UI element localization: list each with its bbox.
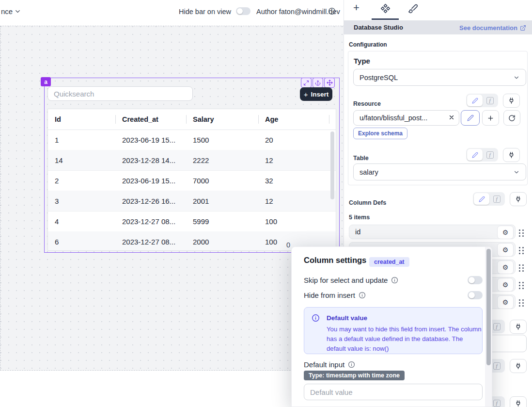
active-tab-underline (372, 18, 399, 20)
explore-schema-button[interactable]: Explore schema (353, 128, 407, 139)
move-component-button[interactable] (324, 78, 335, 88)
cell-salary: 1500 (186, 130, 258, 150)
info-icon[interactable] (359, 292, 366, 299)
refresh-resource-button[interactable] (503, 110, 520, 126)
edit-resource-button[interactable] (461, 110, 480, 126)
chevron-down-icon[interactable] (14, 8, 21, 15)
hide-from-insert-toggle[interactable] (468, 291, 483, 299)
column-settings-modal: Column settings created_at Skip for sele… (291, 246, 492, 407)
column-header-id[interactable]: Id (48, 109, 115, 130)
cell-id: 2 (48, 170, 115, 191)
drag-handle[interactable] (519, 264, 524, 272)
modal-scrollbar[interactable] (486, 249, 491, 365)
resource-mode-segmented: f (466, 94, 498, 107)
plug-icon (515, 400, 522, 407)
cell-id: 14 (48, 150, 115, 170)
default-value-info-box: Default value You may want to hide this … (304, 307, 483, 354)
columndefs-mode-segmented: f (473, 192, 505, 206)
function-icon: f (493, 400, 501, 407)
function-icon: f (493, 362, 501, 370)
table-row[interactable]: 14 2023-12-28 14... 2222 12 (48, 150, 336, 171)
column-settings-gear-button[interactable]: ⚙ (497, 260, 514, 274)
column-defs-label: Column Defs (349, 199, 386, 206)
column-settings-gear-button[interactable]: ⚙ (497, 226, 514, 239)
clear-resource-icon[interactable] (448, 114, 455, 121)
static-mode-button[interactable] (467, 95, 483, 106)
type-select[interactable]: PostgreSQL (353, 69, 526, 86)
default-value-input[interactable] (304, 384, 483, 400)
plug-icon (508, 151, 515, 159)
pencil-icon (472, 152, 478, 158)
eval-mode-button[interactable]: f (483, 151, 497, 159)
table-row[interactable]: 1 2023-06-19 15... 1500 20 (48, 130, 336, 150)
info-icon[interactable] (348, 361, 355, 368)
component-id-badge[interactable]: a (41, 77, 51, 86)
column-settings-gear-button[interactable]: ⚙ (497, 295, 514, 309)
pencil-icon (467, 114, 474, 121)
column-header-salary[interactable]: Salary (186, 109, 258, 130)
column-header-created-at[interactable]: Created_at (115, 109, 186, 130)
cell-created-at: 2023-06-19 15... (115, 170, 186, 191)
function-icon: f (493, 195, 501, 203)
table-header-row: Id Created_at Salary Age (48, 109, 336, 130)
resource-connect-button[interactable] (503, 94, 520, 108)
info-icon[interactable] (391, 277, 398, 284)
static-mode-button[interactable] (474, 193, 489, 205)
author-info-icon[interactable] (328, 7, 336, 15)
insert-row-button[interactable]: + Insert (300, 87, 332, 101)
add-resource-button[interactable] (482, 110, 499, 126)
see-documentation-link[interactable]: See documentation (459, 24, 526, 32)
connect-input-button[interactable] (510, 320, 527, 334)
panel-header: Database Studio See documentation (344, 20, 532, 34)
resource-input[interactable] (353, 110, 459, 126)
gear-icon: ⚙ (502, 263, 509, 271)
table-row[interactable]: 3 2023-12-26 16... 2001 12 (48, 191, 336, 212)
expand-component-button[interactable] (301, 78, 312, 88)
brush-icon (408, 3, 418, 14)
cell-salary: 2001 (186, 191, 258, 211)
table-row[interactable]: 2 2023-06-19 15... 7000 32 (48, 170, 336, 191)
column-header-age[interactable]: Age (258, 109, 329, 130)
tab-styling[interactable] (408, 3, 418, 14)
tab-insert-component[interactable]: + (353, 1, 360, 14)
tab-component-settings[interactable] (380, 3, 391, 14)
drag-handle[interactable] (519, 247, 524, 254)
connect-input-button[interactable] (510, 359, 527, 373)
component-type-title: Database Studio (354, 24, 403, 31)
app-name-truncated[interactable]: nce (1, 7, 13, 16)
table-row[interactable]: 4 2023-12-27 08... 5999 100 (48, 211, 336, 232)
columndefs-connect-button[interactable] (510, 192, 527, 206)
cell-id: 3 (48, 191, 115, 211)
plus-icon (487, 114, 494, 122)
drag-handle[interactable] (519, 299, 524, 307)
column-item-id[interactable]: id (349, 225, 516, 239)
cell-salary: 2222 (186, 150, 258, 170)
table-scrollbar[interactable] (330, 131, 334, 199)
eval-mode-button[interactable]: f (483, 97, 497, 104)
plug-icon (515, 323, 522, 330)
cell-salary: 2000 (186, 231, 258, 251)
connect-input-button[interactable] (510, 396, 527, 407)
skip-select-update-row: Skip for select and update (304, 276, 398, 284)
table-connect-button[interactable] (503, 148, 520, 162)
column-settings-gear-button[interactable]: ⚙ (497, 278, 514, 292)
cell-age: 12 (258, 150, 329, 170)
components-icon (380, 3, 391, 14)
app-editor: nce Hide bar on view Author faton@windmi… (0, 0, 532, 407)
table-select[interactable]: salary (353, 163, 526, 180)
anchor-component-button[interactable] (313, 78, 323, 88)
column-settings-gear-button[interactable]: ⚙ (497, 243, 514, 257)
skip-select-update-toggle[interactable] (468, 276, 483, 284)
eval-mode-button[interactable]: f (489, 195, 504, 203)
gear-icon: ⚙ (502, 298, 509, 306)
quicksearch-input[interactable] (47, 86, 193, 101)
hide-bar-toggle[interactable] (236, 7, 250, 15)
drag-handle[interactable] (519, 282, 524, 289)
function-icon: f (486, 151, 494, 159)
drag-handle[interactable] (519, 229, 524, 237)
plus-icon: + (353, 1, 360, 14)
expand-icon (303, 80, 309, 86)
cell-age: 20 (258, 130, 329, 150)
default-input-row: Default input (304, 360, 355, 369)
static-mode-button[interactable] (467, 149, 483, 161)
